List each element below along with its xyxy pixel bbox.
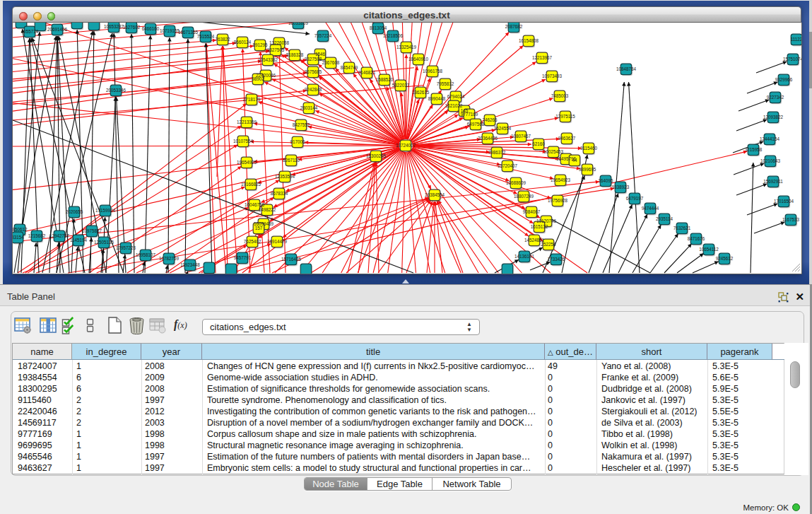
- svg-text:3624554: 3624554: [494, 126, 512, 131]
- svg-text:44: 44: [572, 158, 577, 163]
- svg-text:10975887: 10975887: [82, 228, 102, 233]
- svg-text:10973493: 10973493: [542, 74, 563, 78]
- svg-text:917006: 917006: [290, 139, 305, 144]
- svg-text:1527602: 1527602: [123, 25, 141, 30]
- svg-text:98902: 98902: [252, 76, 264, 81]
- svg-text:1167533: 1167533: [782, 217, 800, 222]
- svg-text:12353594: 12353594: [275, 174, 295, 179]
- svg-text:12444154: 12444154: [760, 136, 780, 141]
- svg-text:19218506: 19218506: [383, 33, 404, 38]
- svg-text:19756928: 19756928: [548, 198, 568, 203]
- svg-text:164095: 164095: [598, 178, 613, 183]
- svg-text:20364436: 20364436: [478, 136, 498, 141]
- svg-text:10654112: 10654112: [699, 247, 719, 252]
- svg-text:8454749: 8454749: [341, 65, 358, 70]
- svg-text:15720407: 15720407: [498, 163, 518, 168]
- svg-text:19384554: 19384554: [425, 192, 445, 197]
- svg-text:12505135: 12505135: [94, 240, 114, 245]
- svg-text:10688609: 10688609: [506, 180, 526, 185]
- svg-text:9227342: 9227342: [767, 95, 784, 100]
- svg-text:10958107: 10958107: [136, 252, 156, 257]
- svg-text:12942737: 12942737: [49, 233, 70, 238]
- svg-text:10961758: 10961758: [423, 69, 443, 74]
- svg-text:10025453: 10025453: [543, 149, 564, 154]
- svg-text:5322037: 5322037: [392, 83, 410, 88]
- svg-text:16154808: 16154808: [519, 38, 539, 43]
- svg-text:850612: 850612: [13, 227, 28, 232]
- svg-text:7625402: 7625402: [244, 239, 261, 244]
- svg-text:2367608: 2367608: [322, 60, 340, 65]
- svg-text:16671355: 16671355: [178, 30, 199, 35]
- svg-text:9474444: 9474444: [642, 206, 659, 211]
- svg-text:8990448: 8990448: [428, 96, 446, 101]
- svg-text:157: 157: [255, 226, 263, 230]
- svg-text:18300295: 18300295: [366, 153, 387, 158]
- svg-text:8267110: 8267110: [283, 158, 300, 163]
- svg-text:12213369: 12213369: [237, 119, 257, 124]
- svg-text:7955812: 7955812: [437, 81, 454, 86]
- svg-text:20691406: 20691406: [47, 27, 68, 32]
- svg-text:11122: 11122: [791, 37, 801, 42]
- svg-text:6497568: 6497568: [467, 122, 485, 127]
- svg-text:15716485: 15716485: [281, 257, 302, 262]
- svg-text:9327508: 9327508: [305, 57, 322, 62]
- svg-text:746266: 746266: [482, 117, 498, 122]
- svg-text:1546: 1546: [315, 52, 326, 57]
- svg-text:9327505: 9327505: [267, 47, 285, 52]
- svg-text:9777169: 9777169: [461, 112, 478, 117]
- svg-text:9245612: 9245612: [716, 256, 734, 261]
- svg-text:13226058: 13226058: [269, 40, 290, 45]
- svg-text:1588520: 1588520: [376, 77, 394, 82]
- svg-text:9242848: 9242848: [305, 87, 322, 92]
- svg-text:19166825: 19166825: [241, 182, 261, 187]
- svg-text:1145194: 1145194: [70, 238, 88, 243]
- svg-text:7632621: 7632621: [673, 226, 691, 230]
- svg-text:16046756: 16046756: [245, 202, 265, 207]
- svg-text:8186328: 8186328: [286, 52, 304, 57]
- svg-text:18724007: 18724007: [396, 143, 416, 148]
- svg-text:13325419: 13325419: [396, 45, 417, 49]
- svg-text:10120746: 10120746: [536, 218, 557, 223]
- svg-text:7485003: 7485003: [551, 93, 569, 98]
- svg-text:62160: 62160: [532, 141, 545, 146]
- svg-text:10210643: 10210643: [760, 158, 781, 163]
- svg-text:12213967: 12213967: [532, 55, 553, 60]
- svg-text:6794024: 6794024: [447, 94, 465, 99]
- svg-text:4055714: 4055714: [21, 29, 39, 34]
- svg-text:10653287: 10653287: [104, 24, 124, 29]
- svg-text:9115460: 9115460: [580, 146, 598, 151]
- svg-text:6479197: 6479197: [626, 196, 644, 201]
- svg-text:10543382: 10543382: [258, 57, 278, 62]
- svg-text:10848784: 10848784: [616, 66, 637, 71]
- svg-text:7986372: 7986372: [488, 150, 506, 155]
- svg-text:2087682: 2087682: [505, 24, 523, 29]
- svg-text:2935114: 2935114: [656, 216, 673, 221]
- svg-text:10107554: 10107554: [233, 139, 254, 144]
- svg-text:17957223: 17957223: [116, 245, 136, 250]
- svg-text:14136141: 14136141: [514, 254, 535, 259]
- svg-text:6466160: 6466160: [142, 26, 160, 31]
- svg-text:891295: 891295: [252, 42, 268, 47]
- svg-text:18807249: 18807249: [514, 194, 534, 199]
- svg-text:17016504: 17016504: [774, 199, 794, 204]
- svg-text:8471676: 8471676: [688, 236, 705, 241]
- svg-text:8813054: 8813054: [370, 25, 387, 30]
- svg-text:10807467: 10807467: [511, 134, 531, 139]
- svg-text:16033809: 16033809: [288, 23, 309, 25]
- svg-text:3675685: 3675685: [305, 69, 322, 74]
- svg-text:9338923: 9338923: [612, 185, 630, 189]
- svg-text:2803144: 2803144: [300, 105, 318, 110]
- svg-text:19654923: 19654923: [551, 177, 571, 182]
- svg-text:11923448: 11923448: [180, 262, 200, 267]
- svg-text:12975115: 12975115: [555, 114, 575, 119]
- svg-text:8678334: 8678334: [271, 191, 288, 196]
- svg-text:20053346: 20053346: [106, 88, 126, 93]
- svg-text:10719155: 10719155: [160, 28, 180, 33]
- svg-text:2020655: 2020655: [66, 209, 83, 214]
- svg-text:1621022: 1621022: [445, 103, 463, 108]
- svg-text:17159924: 17159924: [95, 208, 116, 213]
- svg-text:19654925: 19654925: [237, 160, 257, 165]
- svg-text:1215682: 1215682: [28, 233, 46, 238]
- svg-text:1498222: 1498222: [259, 207, 276, 212]
- svg-text:9084067: 9084067: [523, 209, 541, 214]
